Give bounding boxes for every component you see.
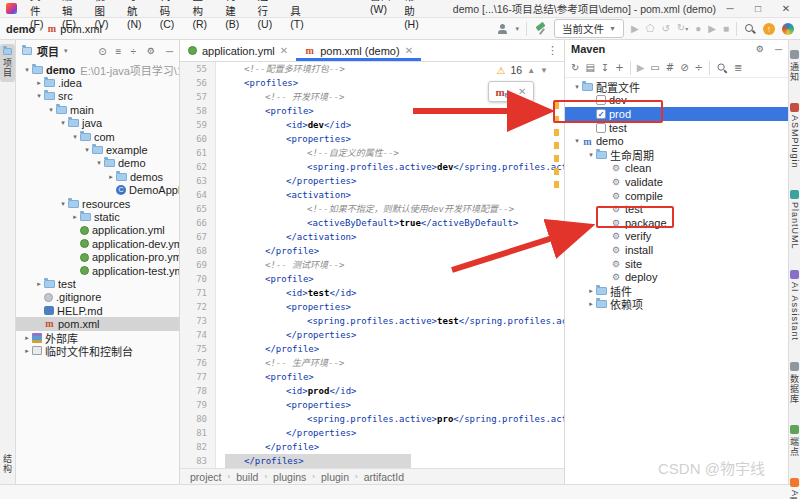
run-config-selector[interactable]: 当前文件▼ <box>554 19 624 38</box>
next-warning-icon[interactable]: ▼ <box>540 66 548 75</box>
breadcrumb-file[interactable]: pom.xml <box>60 23 102 35</box>
project-tree-item-pom.xml[interactable]: mpom.xml <box>16 317 179 330</box>
menu-item[interactable]: 运行(U) <box>252 0 285 30</box>
stop-icon[interactable]: ■ <box>723 23 729 35</box>
stripe-plantuml-button[interactable]: PlantUML <box>789 186 800 254</box>
chevron-collapsed-icon[interactable]: ▸ <box>34 280 44 288</box>
chevron-expanded-icon[interactable]: ▾ <box>82 146 92 154</box>
reload-maven-icon[interactable]: ↻ <box>571 62 579 73</box>
maven-item-package[interactable]: ⚙package <box>565 216 788 230</box>
chevron-collapsed-icon[interactable]: ▸ <box>22 347 32 355</box>
project-tree-item-.gitignore[interactable]: .gitignore <box>16 291 179 304</box>
stripe-apipost-button[interactable]: Apipost <box>789 474 800 499</box>
menu-item[interactable]: 工具(T) <box>284 0 316 30</box>
breadcrumb-plugins[interactable]: plugins <box>273 471 306 483</box>
prev-warning-icon[interactable]: ▲ <box>527 66 535 75</box>
breadcrumb-build[interactable]: build <box>236 471 258 483</box>
menu-item[interactable]: 代码(C) <box>154 0 187 30</box>
stripe-ai-assistant-button[interactable]: AI Assistant <box>789 266 800 345</box>
chevron-expanded-icon[interactable]: ▾ <box>572 83 582 91</box>
maven-item-validate[interactable]: ⚙validate <box>565 175 788 189</box>
generate-sources-icon[interactable]: ▤ <box>585 62 594 73</box>
maven-item-[interactable]: ▾生命周期 <box>565 148 788 162</box>
search-everywhere-icon[interactable] <box>744 23 756 35</box>
coverage-icon[interactable]: ● <box>695 23 701 35</box>
maven-item-deploy[interactable]: ⚙deploy <box>565 270 788 284</box>
menu-item[interactable]: VCS(S) <box>316 0 364 30</box>
chevron-expanded-icon[interactable]: ▾ <box>586 151 596 159</box>
maven-item-compile[interactable]: ⚙compile <box>565 189 788 203</box>
stripe----button[interactable]: 端点 <box>789 421 800 461</box>
menu-item[interactable]: 窗口(W) <box>364 0 398 30</box>
chevron-expanded-icon[interactable]: ▾ <box>22 66 32 74</box>
breadcrumb-plugin[interactable]: plugin <box>321 471 349 483</box>
chevron-expanded-icon[interactable]: ▾ <box>58 119 68 127</box>
maven-item-test[interactable]: ⚙test <box>565 202 788 216</box>
chevron-expanded-icon[interactable]: ▾ <box>58 200 68 208</box>
panel-settings-icon[interactable]: ⚙ <box>145 46 157 56</box>
maven-item-demo[interactable]: ▾mdemo <box>565 134 788 148</box>
build-hammer-icon[interactable] <box>534 22 547 35</box>
profiler-icon[interactable]: ↺ <box>661 23 669 35</box>
maven-item-[interactable]: ▸依赖项 <box>565 298 788 312</box>
collapse-all-icon[interactable]: ÷ <box>130 46 136 57</box>
maximize-button[interactable]: □ <box>744 0 772 18</box>
project-tree-item-example[interactable]: ▾example <box>16 143 179 156</box>
offline-mode-icon[interactable]: ⊘ <box>680 62 688 73</box>
project-tree-item-static[interactable]: ▸static <box>16 210 179 223</box>
close-button[interactable]: ✕ <box>772 0 800 18</box>
popup-close-icon[interactable]: ✕ <box>518 86 526 97</box>
tab-application.yml[interactable]: application.yml✕ <box>180 40 296 61</box>
skip-tests-icon[interactable]: # <box>666 62 674 73</box>
checkbox-icon[interactable] <box>596 95 606 105</box>
run-build-icon[interactable]: ▶ <box>637 62 645 73</box>
project-tree-item-java[interactable]: ▾java <box>16 117 179 130</box>
add-maven-project-icon[interactable]: + <box>615 62 623 73</box>
breadcrumb-project[interactable]: project <box>190 471 222 483</box>
maven-item-[interactable]: ▸插件 <box>565 284 788 298</box>
checkbox-icon[interactable] <box>596 123 606 133</box>
chevron-collapsed-icon[interactable]: ▸ <box>34 79 44 87</box>
expand-all-icon[interactable]: ≡ <box>116 46 122 57</box>
maven-settings-icon[interactable]: ⚙ <box>754 44 766 54</box>
stripe----button[interactable]: 通知 <box>789 46 800 86</box>
maven-hide-icon[interactable]: ─ <box>775 44 782 55</box>
stripe-asmplugin-button[interactable]: ASMPlugin <box>789 99 800 173</box>
project-tree-item-application.yml[interactable]: application.yml <box>16 224 179 237</box>
checkbox-checked-icon[interactable]: ✓ <box>596 109 606 119</box>
project-tree-item-application-dev.yml[interactable]: application-dev.yml <box>16 237 179 250</box>
project-tree-item-demo[interactable]: ▾demoE:\01-java项目学习\16-项目总 <box>16 63 179 76</box>
project-tree-item-application-pro.yml[interactable]: application-pro.yml <box>16 250 179 263</box>
chevron-collapsed-icon[interactable]: ▸ <box>586 300 596 308</box>
chevron-expanded-icon[interactable]: ▾ <box>94 159 104 167</box>
plugin-ball-icon[interactable] <box>782 23 794 35</box>
menu-item[interactable]: 帮助(H) <box>398 0 431 30</box>
maven-item-verify[interactable]: ⚙verify <box>565 230 788 244</box>
run-anything-icon[interactable]: ▶ <box>708 23 716 35</box>
project-tree-item-main[interactable]: ▾main <box>16 103 179 116</box>
chevron-expanded-icon[interactable]: ▾ <box>572 137 582 145</box>
profile-icon[interactable] <box>497 23 509 35</box>
project-tree-item-application-test.yml[interactable]: application-test.yml <box>16 264 179 277</box>
run-icon[interactable]: ▶ <box>631 23 639 35</box>
rerun-icon[interactable]: ↻▾ <box>677 22 688 35</box>
project-tree-item-DemoApplica[interactable]: CDemoApplica <box>16 184 179 197</box>
show-dependencies-icon[interactable]: ≣ <box>734 62 742 73</box>
stripe-structure-button[interactable]: 结构 <box>0 450 15 478</box>
project-tree-item-HELP.md[interactable]: HELP.md <box>16 304 179 317</box>
hide-panel-icon[interactable]: ─ <box>166 46 173 57</box>
tab-close-icon[interactable]: ✕ <box>280 45 288 56</box>
tab-options-icon[interactable]: ⋮ <box>547 40 564 61</box>
inspections-widget[interactable]: ⚠ 16 ▲ ▼ <box>497 64 549 76</box>
menu-item[interactable]: 重构(R) <box>186 0 219 30</box>
maven-item-[interactable]: ▾配置文件 <box>565 80 788 94</box>
maven-reload-icon[interactable]: m <box>496 86 505 98</box>
menu-item[interactable]: 构建(B) <box>219 0 251 30</box>
maven-item-test[interactable]: test <box>565 121 788 135</box>
minimize-button[interactable]: ─ <box>716 0 744 18</box>
download-sources-icon[interactable]: ↧ <box>601 62 609 73</box>
chevron-collapsed-icon[interactable]: ▸ <box>586 287 596 295</box>
project-tree-item-resources[interactable]: ▾resources <box>16 197 179 210</box>
project-tree-item-demo[interactable]: ▾demo <box>16 157 179 170</box>
chevron-collapsed-icon[interactable]: ▸ <box>106 173 116 181</box>
